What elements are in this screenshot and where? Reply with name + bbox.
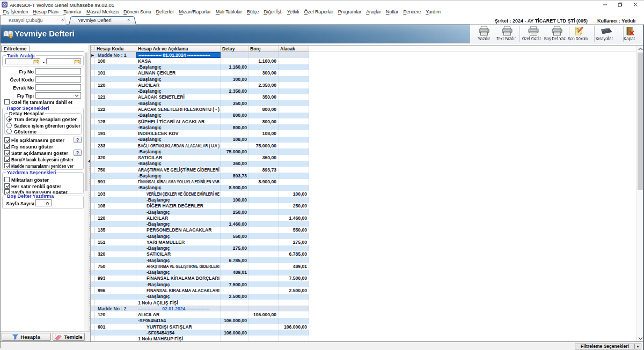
table-row[interactable]: -Başlangıç800,00 (91, 124, 643, 130)
table-row[interactable]: 120ALICILAR1.460,00 (91, 215, 643, 221)
fis-tipi-select[interactable] (35, 92, 81, 99)
table-row[interactable]: -Başlangıç893,73 (91, 173, 643, 178)
menu-item[interactable]: Mizan/Raporlar (177, 9, 214, 14)
filter-options-button[interactable]: Filtreleme Seçenekleri (575, 344, 635, 349)
checkbox-her-sat-r-renkli-g-ster[interactable] (4, 183, 10, 189)
column-header-hesap-ad-ve-a-klama[interactable]: Hesap Adı ve Açıklama (136, 46, 221, 52)
column-header-alacak[interactable]: Alacak (279, 46, 309, 52)
table-row[interactable]: -Başlangıç550,00 (91, 233, 643, 239)
table-row[interactable]: 1 Nolu AÇILIŞ FİŞİ (91, 300, 643, 306)
menu-item[interactable]: Diğer İşl. (261, 9, 285, 14)
table-row[interactable]: 996FİNANSAL KİRALAMA ALACAKLARI2.500,00 (91, 287, 643, 293)
table-row[interactable]: 122ALACAK SENETLERİ REESKONTU ( - )800,0… (91, 106, 643, 112)
checkbox-sat-r-a-klamas-n-g-ster[interactable] (4, 150, 10, 155)
table-row[interactable]: 135PERSONELDEN ALACAKLAR550,00 (91, 227, 643, 233)
table-row[interactable]: -Başlangıç1.160,00 (91, 64, 643, 70)
tab-yevmiye-defteri[interactable]: Yevmiye Defteri × (69, 16, 136, 25)
table-row[interactable]: 108DİĞER HAZIR DEĞERLER250,00 (91, 203, 643, 209)
minimize-button[interactable] (601, 1, 610, 8)
radio-option[interactable] (6, 123, 12, 128)
table-row[interactable]: 991FİNANSAL KİRALAMA YOLUYLA EDİNİLEN VA… (91, 179, 643, 185)
checkbox-miktarlar-g-ster[interactable] (4, 177, 10, 182)
field-input-fi-no[interactable] (35, 68, 81, 75)
toolbar-button-yazd-r[interactable]: Yazdır (472, 25, 496, 43)
checkbox-fi-a-klamas-n-g-ster[interactable] (4, 137, 10, 143)
filter-tab[interactable]: Filtreleme (1, 46, 30, 51)
scrollbar-thumb[interactable] (85, 53, 87, 191)
help-button[interactable]: ? (74, 150, 82, 156)
help-button[interactable]: ? (74, 137, 82, 143)
table-row[interactable]: -Başlangıç1.460,00 (91, 221, 643, 227)
menu-item[interactable]: Dönem Sonu (121, 9, 154, 14)
table-row[interactable]: -Başlangıç350,00 (91, 100, 643, 106)
date-from-input[interactable]: . . (5, 58, 40, 64)
menu-item[interactable]: Yardım (423, 9, 443, 14)
table-row[interactable]: -Başlangıç800,00 (91, 113, 643, 118)
table-row[interactable]: -Başlangıç75.000,00 (91, 148, 643, 154)
table-row[interactable]: 151YARI MAMULLER275,00 (91, 239, 643, 245)
table-row[interactable]: 100KASA1.160,00 (91, 58, 643, 64)
table-row[interactable]: 120ALICILAR106.000,00 (91, 311, 643, 317)
column-header-hesap-kodu[interactable]: Hesap Kodu (95, 46, 136, 52)
menu-item[interactable]: Bütçe (244, 9, 261, 14)
table-row[interactable]: 601YURTDIŞI SATIŞLAR106.000,00 (91, 324, 643, 330)
menu-item[interactable]: Pencere (401, 9, 423, 14)
table-row[interactable]: -Başlangıç6.785,00 (91, 257, 643, 263)
table-row[interactable]: -Başlangıç7.500,00 (91, 281, 643, 287)
menu-item[interactable]: Hesap Planı (31, 9, 61, 14)
table-row[interactable]: 750ARAŞTIRMA VE GELİŞTİRME GİDERLERİ489,… (91, 263, 643, 269)
table-row[interactable]: -Başlangıç2.500,00 (91, 294, 643, 300)
menu-item[interactable]: Tanımlar (61, 9, 84, 14)
table-row[interactable]: -Başlangıç108,00 (91, 137, 643, 143)
radio-option[interactable] (6, 129, 12, 134)
scroll-up-icon[interactable] (638, 47, 643, 51)
clear-button[interactable]: Temizle (53, 333, 85, 341)
scroll-down-icon[interactable] (638, 336, 643, 341)
checkbox-bor-alacak-bakiyesini-g-ster[interactable] (4, 157, 10, 162)
table-row[interactable]: 233BAĞLI ORTAKLIKLARDAN ALACAKLAR ( U.V … (91, 143, 643, 148)
table-row[interactable]: 993FİNANSAL KİRALAMA BORÇLARI7.500,00 (91, 275, 643, 281)
checkbox-madde-numaralar-n-yeniden-ver[interactable] (4, 163, 10, 168)
menu-item[interactable]: Araçlar (364, 9, 384, 14)
checkbox-fi-nosunu-g-ster[interactable] (4, 144, 10, 149)
table-row[interactable]: 320SATICILAR360,00 (91, 155, 643, 161)
table-row[interactable]: -Başlangıç360,00 (91, 161, 643, 167)
menu-item[interactable]: Masraf Merkezi (84, 9, 121, 14)
toolbar-button-text-yazd-r[interactable]: Text Yazdır (493, 25, 521, 43)
table-row[interactable]: -Başlangıç100,00 (91, 197, 643, 203)
calculate-button[interactable]: Hesapla (2, 333, 51, 341)
table-row[interactable]: -Başlangıç489,01 (91, 270, 643, 275)
table-row[interactable]: 191İNDİRİLECEK KDV108,00 (91, 130, 643, 136)
tab-close-icon[interactable]: × (61, 17, 64, 23)
table-row[interactable]: -Başlangıç275,00 (91, 245, 643, 251)
column-header-detay[interactable]: Detay (221, 46, 248, 52)
menu-item[interactable]: Yetkili (284, 9, 301, 14)
table-row[interactable]: 101ALINAN ÇEKLER300,00 (91, 70, 643, 76)
table-row[interactable]: 750ARAŞTIRMA VE GELİŞTİRME GİDERLERİ893,… (91, 167, 643, 173)
table-row[interactable]: -Başlangıç2.350,00 (91, 88, 643, 94)
sidebar-scrollbar[interactable] (84, 51, 88, 331)
calendar-icon[interactable] (33, 59, 39, 64)
table-row[interactable]: 103VERİLEN ÇEKLER VE ÖDEME EMİRLERİ HE10… (91, 191, 643, 197)
table-row[interactable]: -Başlangıç8.900,00 (91, 185, 643, 191)
radio-selected[interactable] (6, 116, 12, 122)
menu-item[interactable]: Mali Tablolar (213, 9, 244, 14)
close-button[interactable] (631, 1, 640, 8)
toolbar-button-kapat[interactable]: Kapat (619, 25, 640, 43)
table-row[interactable]: -Başlangıç300,00 (91, 76, 643, 82)
field-input--zel-kodu[interactable] (35, 76, 81, 83)
menu-item[interactable]: Fiş İşlemleri (1, 9, 31, 14)
table-row[interactable]: -Başlangıç250,00 (91, 209, 643, 215)
toolbar-button-son-d-k-m[interactable]: Son Döküm (566, 25, 592, 43)
tab-kisayol-cubugu[interactable]: Kısayol Çubuğu × (1, 16, 68, 25)
table-row[interactable]: 320SATICILAR6.785,00 (91, 251, 643, 257)
restore-button[interactable] (616, 1, 625, 8)
menu-item[interactable]: Özel Raporlar (302, 9, 335, 14)
table-row[interactable]: -SF05454154106.000,00 (91, 318, 643, 324)
column-header-bor-[interactable]: Borç (248, 46, 279, 52)
filter-options-dropdown[interactable]: ▼ (635, 344, 641, 349)
table-row[interactable]: -SF05454154106.000,00 (91, 330, 643, 336)
include-special-checkbox[interactable] (4, 99, 10, 105)
table-row[interactable]: Madde No : 2--------------- 02.01.2024 -… (91, 306, 643, 311)
table-row[interactable]: 121ALACAK SENETLERİ350,00 (91, 94, 643, 100)
